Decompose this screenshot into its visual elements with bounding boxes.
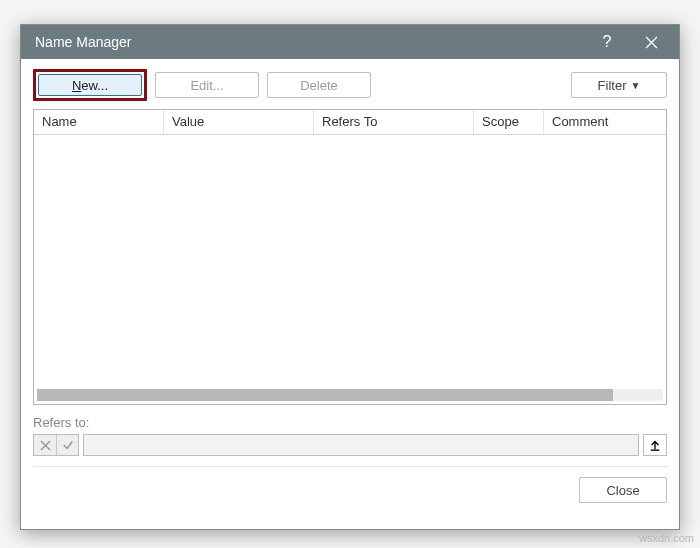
- list-body: [34, 135, 666, 389]
- column-name[interactable]: Name: [34, 110, 164, 134]
- dialog-actions: Close: [21, 471, 679, 517]
- column-refers-to[interactable]: Refers To: [314, 110, 474, 134]
- help-icon: ?: [603, 33, 612, 51]
- column-scope[interactable]: Scope: [474, 110, 544, 134]
- collapse-icon: [649, 439, 661, 451]
- check-icon: [62, 439, 74, 451]
- accept-refers-button[interactable]: [56, 435, 78, 455]
- collapse-dialog-button[interactable]: [643, 434, 667, 456]
- cancel-refers-button[interactable]: [34, 435, 56, 455]
- column-comment[interactable]: Comment: [544, 110, 666, 134]
- chevron-down-icon: ▼: [630, 80, 640, 91]
- filter-button[interactable]: Filter ▼: [571, 72, 667, 98]
- window-close-button[interactable]: [629, 25, 673, 59]
- accept-cancel-group: [33, 434, 79, 456]
- name-manager-dialog: Name Manager ? ew... Edit... Delete Filt…: [20, 24, 680, 530]
- dialog-title: Name Manager: [35, 34, 585, 50]
- new-button[interactable]: ew...: [38, 74, 142, 96]
- refers-to-input[interactable]: [83, 434, 639, 456]
- list-header: Name Value Refers To Scope Comment: [34, 110, 666, 135]
- help-button[interactable]: ?: [585, 25, 629, 59]
- refers-to-row: [33, 434, 667, 456]
- delete-button[interactable]: Delete: [267, 72, 371, 98]
- separator: [33, 466, 667, 467]
- horizontal-scrollbar[interactable]: [37, 389, 663, 401]
- filter-label: Filter: [598, 78, 627, 93]
- new-button-label: ew...: [72, 78, 108, 93]
- close-icon: [645, 36, 658, 49]
- name-list[interactable]: Name Value Refers To Scope Comment: [33, 109, 667, 405]
- title-bar[interactable]: Name Manager ?: [21, 25, 679, 59]
- refers-to-label: Refers to:: [33, 415, 667, 430]
- highlight-annotation: ew...: [33, 69, 147, 101]
- column-value[interactable]: Value: [164, 110, 314, 134]
- toolbar: ew... Edit... Delete Filter ▼: [21, 59, 679, 109]
- edit-button[interactable]: Edit...: [155, 72, 259, 98]
- scrollbar-thumb[interactable]: [37, 389, 613, 401]
- x-icon: [40, 440, 51, 451]
- watermark: wsxdn.com: [639, 532, 694, 544]
- close-button[interactable]: Close: [579, 477, 667, 503]
